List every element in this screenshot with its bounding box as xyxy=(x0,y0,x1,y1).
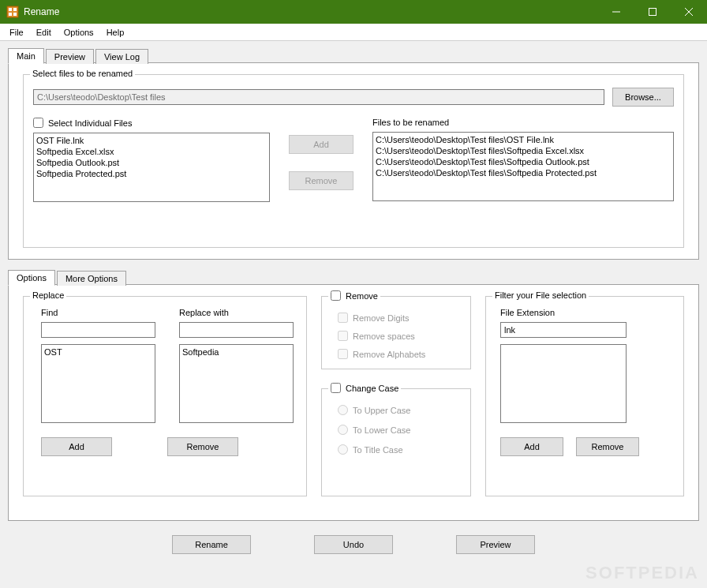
select-individual-checkbox[interactable]: Select Individual Files xyxy=(33,118,270,128)
list-item[interactable]: C:\Users\teodo\Desktop\Test files\Softpe… xyxy=(376,156,671,167)
replace-remove-button[interactable]: Remove xyxy=(167,437,238,456)
app-icon xyxy=(6,6,19,18)
select-files-legend: Select files to be renamed xyxy=(30,69,135,78)
to-title-radio[interactable]: To Title Case xyxy=(338,444,459,455)
remove-spaces-checkbox[interactable]: Remove spaces xyxy=(338,331,459,341)
replace-list[interactable]: Softpedia xyxy=(179,344,294,423)
menu-help[interactable]: Help xyxy=(100,26,131,39)
replace-add-button[interactable]: Add xyxy=(41,437,112,456)
list-item[interactable]: Softpedia Protected.pst xyxy=(36,168,267,179)
add-file-button[interactable]: Add xyxy=(289,135,354,154)
change-case-enable-checkbox[interactable]: Change Case xyxy=(331,383,398,393)
remove-digits-checkbox[interactable]: Remove Digits xyxy=(338,313,459,323)
find-list[interactable]: OST xyxy=(41,344,155,423)
preview-button[interactable]: Preview xyxy=(456,535,535,554)
select-files-group: Select files to be renamed Browse... Sel… xyxy=(23,74,684,248)
list-item[interactable]: C:\Users\teodo\Desktop\Test files\Softpe… xyxy=(376,167,671,178)
minimize-button[interactable] xyxy=(598,0,634,24)
find-label: Find xyxy=(41,308,155,317)
files-to-rename-label: Files to be renamed xyxy=(372,118,674,127)
titlebar: Rename xyxy=(0,0,707,24)
options-tabstrip: Options More Options xyxy=(8,268,699,285)
change-case-group: Change Case To Upper Case To Lower Case … xyxy=(321,388,471,496)
replace-group: Replace Find OST Replace with Softpedia xyxy=(23,296,307,496)
remove-group: Remove Remove Digits Remove spaces Remov… xyxy=(321,296,471,369)
menu-file[interactable]: File xyxy=(3,26,30,39)
svg-rect-2 xyxy=(13,8,17,11)
filter-add-button[interactable]: Add xyxy=(500,437,563,456)
replace-with-input[interactable] xyxy=(179,322,294,338)
filter-legend: Filter your File selection xyxy=(492,290,589,300)
action-buttons: Rename Undo Preview xyxy=(8,535,699,554)
list-item[interactable]: C:\Users\teodo\Desktop\Test files\OST Fi… xyxy=(376,134,671,145)
rename-button[interactable]: Rename xyxy=(172,535,251,554)
replace-legend: Replace xyxy=(30,290,66,300)
filter-extension-list[interactable] xyxy=(500,344,627,423)
remove-enable-checkbox[interactable]: Remove xyxy=(331,290,378,301)
window-title: Rename xyxy=(24,6,598,17)
tab-viewlog[interactable]: View Log xyxy=(95,49,148,64)
remove-file-button[interactable]: Remove xyxy=(289,171,354,190)
watermark: SOFTPEDIA xyxy=(585,563,699,583)
tab-more-options[interactable]: More Options xyxy=(57,271,126,286)
maximize-button[interactable] xyxy=(634,0,671,24)
menu-edit[interactable]: Edit xyxy=(30,26,58,39)
menu-options[interactable]: Options xyxy=(58,26,100,39)
filter-remove-button[interactable]: Remove xyxy=(576,437,639,456)
tab-main[interactable]: Main xyxy=(8,48,44,64)
close-button[interactable] xyxy=(671,0,707,24)
list-item[interactable]: OST xyxy=(44,346,152,358)
replace-with-label: Replace with xyxy=(179,308,294,317)
remove-alphabets-checkbox[interactable]: Remove Alphabets xyxy=(338,349,459,359)
files-to-rename-list[interactable]: C:\Users\teodo\Desktop\Test files\OST Fi… xyxy=(372,132,674,201)
main-tabstrip: Main Preview View Log xyxy=(8,46,699,63)
list-item[interactable]: C:\Users\teodo\Desktop\Test files\Softpe… xyxy=(376,145,671,156)
select-individual-label: Select Individual Files xyxy=(48,118,132,128)
list-item[interactable]: OST File.lnk xyxy=(36,135,267,146)
folder-path-input[interactable] xyxy=(33,89,604,105)
svg-rect-3 xyxy=(9,13,12,16)
window-controls xyxy=(598,0,707,24)
remove-legend: Remove xyxy=(328,290,380,302)
list-item[interactable]: Softpedia Outlook.pst xyxy=(36,157,267,168)
change-case-legend: Change Case xyxy=(328,383,401,395)
individual-files-list[interactable]: OST File.lnk Softpedia Excel.xlsx Softpe… xyxy=(33,133,270,202)
menubar: File Edit Options Help xyxy=(0,24,707,41)
to-upper-radio[interactable]: To Upper Case xyxy=(338,405,459,415)
undo-button[interactable]: Undo xyxy=(314,535,393,554)
svg-rect-4 xyxy=(13,13,17,16)
options-tab-panel: Replace Find OST Replace with Softpedia xyxy=(8,284,699,521)
filter-group: Filter your File selection File Extensio… xyxy=(485,296,684,496)
main-tab-panel: Select files to be renamed Browse... Sel… xyxy=(8,62,699,260)
svg-rect-6 xyxy=(649,9,656,16)
svg-rect-1 xyxy=(9,8,12,11)
list-item[interactable]: Softpedia Excel.xlsx xyxy=(36,146,267,157)
tab-options[interactable]: Options xyxy=(8,270,55,286)
file-extension-label: File Extension xyxy=(500,308,669,317)
tab-preview[interactable]: Preview xyxy=(46,49,94,64)
find-input[interactable] xyxy=(41,322,155,338)
to-lower-radio[interactable]: To Lower Case xyxy=(338,425,459,435)
list-item[interactable]: Softpedia xyxy=(182,346,290,358)
browse-button[interactable]: Browse... xyxy=(612,88,674,107)
file-extension-input[interactable] xyxy=(500,322,627,338)
